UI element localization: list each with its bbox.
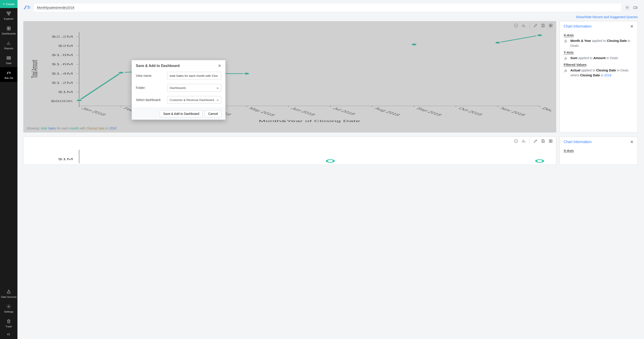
showing-line: Showing: total Sales for each month with… (24, 125, 556, 132)
yaxis-label: Y-Axis (564, 51, 574, 54)
xaxis-label: X-Axis (564, 149, 574, 153)
sidebar-item-data[interactable]: Data (0, 52, 18, 67)
sidebar-label-askzia: Ask Zia (4, 77, 13, 79)
svg-rect-73 (551, 141, 552, 143)
settings-icon (6, 304, 11, 309)
svg-point-61 (76, 99, 82, 101)
svg-rect-15 (549, 26, 550, 27)
svg-rect-7 (7, 57, 11, 60)
close-icon[interactable]: ✕ (630, 24, 634, 29)
info-icon[interactable] (514, 23, 518, 28)
sidebar-label-trash: Trash (6, 325, 12, 328)
gear-icon[interactable] (625, 5, 630, 10)
yaxis-desc: fxSum applied to Amount in Deals (564, 56, 634, 61)
svg-text:$800K: $800K (51, 99, 74, 103)
svg-text:$1.2M: $1.2M (52, 81, 73, 84)
svg-text:Jun 2018: Jun 2018 (289, 107, 317, 116)
add-to-dashboard-icon[interactable] (548, 139, 553, 143)
save-icon[interactable] (541, 139, 545, 143)
close-icon[interactable]: ✕ (630, 140, 634, 144)
save-icon[interactable] (541, 23, 545, 28)
sidebar-item-reports[interactable]: Reports (0, 38, 18, 52)
svg-text:$2.2M: $2.2M (52, 35, 73, 38)
edit-icon[interactable] (533, 139, 538, 143)
svg-text:May 2018: May 2018 (248, 107, 277, 117)
svg-text:$1M: $1M (58, 90, 73, 94)
trash-icon (6, 319, 11, 324)
zia-logo-icon (23, 5, 30, 11)
dashboards-icon (6, 26, 11, 31)
chart-card-2: $1M (23, 137, 556, 165)
svg-point-10 (626, 7, 628, 8)
svg-rect-16 (551, 26, 552, 27)
sidebar: + Create Explorer Dashboards Reports Dat… (0, 0, 18, 339)
cancel-button[interactable]: Cancel (205, 110, 221, 117)
sidebar-label-reports: Reports (4, 47, 13, 50)
filtered-desc: fxActual applied to Closing Date in Deal… (564, 68, 634, 78)
add-to-dashboard-icon[interactable] (548, 23, 553, 28)
sidebar-item-explorer[interactable]: Explorer (0, 8, 18, 23)
svg-rect-70 (549, 140, 550, 141)
svg-point-66 (411, 44, 417, 46)
select-dashboard-label: Select dashboard: (136, 98, 165, 102)
svg-rect-6 (9, 29, 10, 30)
close-icon[interactable]: ✕ (218, 63, 221, 68)
folder-select[interactable]: Dashboards (167, 84, 221, 92)
chart-info-panel-2: Chart Information: ✕ X-Axis (560, 137, 638, 165)
svg-rect-14 (551, 24, 552, 25)
svg-text:Dec 2018: Dec 2018 (540, 107, 552, 116)
svg-text:Month&Year of Closing Date: Month&Year of Closing Date (259, 119, 360, 123)
chevron-down-icon (216, 99, 219, 101)
svg-text:$1M: $1M (58, 157, 73, 161)
data-icon (6, 56, 11, 61)
create-button[interactable]: + Create (0, 0, 18, 8)
line-chart-2: $1M (27, 148, 552, 163)
collapse-sidebar-button[interactable] (0, 330, 18, 339)
sidebar-item-dashboards[interactable]: Dashboards (0, 23, 18, 38)
bar-chart-type-icon[interactable] (522, 23, 526, 28)
create-label: Create (6, 3, 14, 6)
sidebar-item-askzia[interactable]: Ask Zia (0, 67, 18, 82)
svg-text:$1.4M: $1.4M (52, 72, 73, 75)
toolbar-separator (530, 23, 530, 28)
svg-rect-72 (549, 141, 550, 143)
main-area: Monthly sales trend in 2018 Show/Hide Re… (18, 0, 644, 339)
datasources-icon (6, 289, 11, 294)
toolbar-separator (530, 139, 530, 144)
view-name-input[interactable] (167, 72, 221, 80)
searchbar-row: Monthly sales trend in 2018 (18, 0, 644, 15)
fx-icon: fx (564, 68, 568, 73)
search-input[interactable]: Monthly sales trend in 2018 (34, 3, 622, 12)
svg-rect-3 (7, 27, 8, 28)
svg-rect-71 (551, 140, 552, 141)
svg-point-62 (118, 72, 124, 74)
folder-label: Folder: (136, 86, 165, 90)
video-icon[interactable] (633, 5, 638, 10)
sidebar-label-explorer: Explorer (4, 18, 14, 20)
info-icon[interactable] (514, 139, 518, 143)
plus-icon: + (3, 2, 5, 6)
sidebar-item-settings[interactable]: Settings (0, 301, 18, 316)
sidebar-item-datasources[interactable]: Data Sources (0, 286, 18, 301)
chart-toolbar-1 (24, 21, 556, 29)
svg-rect-0 (7, 12, 8, 13)
fx-icon: fx (564, 56, 568, 61)
svg-text:$1.8M: $1.8M (52, 53, 73, 57)
svg-rect-13 (549, 24, 550, 25)
svg-text:Total Amount: Total Amount (30, 60, 39, 78)
svg-text:Jul 2018: Jul 2018 (331, 107, 357, 116)
svg-point-68 (536, 34, 543, 36)
svg-text:Jan 2018: Jan 2018 (80, 107, 108, 116)
svg-rect-11 (634, 7, 636, 9)
bar-chart-type-icon[interactable] (522, 139, 526, 143)
save-button[interactable]: Save & Add to Dashboard (160, 110, 202, 117)
dashboard-select[interactable]: Customer & Revenue Dashboard (167, 96, 221, 104)
line-chart-1: $800K$1M$1.2M$1.4M$1.6M$1.8M$2M$2.2MJan … (27, 30, 552, 124)
svg-point-65 (244, 73, 250, 75)
sidebar-item-trash[interactable]: Trash (0, 316, 18, 330)
edit-icon[interactable] (533, 23, 538, 28)
suggest-link[interactable]: Show/Hide Recent and Suggested Queries (18, 15, 644, 21)
collapse-icon (6, 333, 11, 336)
chart-toolbar-2 (24, 137, 556, 144)
sidebar-label-dashboards: Dashboards (2, 32, 16, 35)
